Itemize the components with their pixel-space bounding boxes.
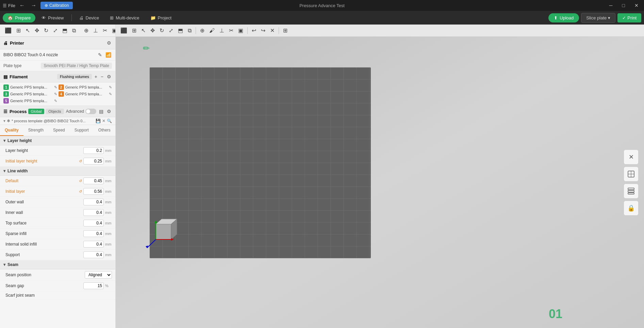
vp-undo-icon[interactable]: ↩ <box>250 26 258 35</box>
print-button[interactable]: ✓ Print <box>617 13 641 22</box>
layers-button[interactable] <box>624 184 639 199</box>
minimize-button[interactable]: ─ <box>607 2 615 9</box>
layercolor-icon[interactable]: ▣ <box>110 26 116 35</box>
calibration-button[interactable]: ⊕ Calibration <box>40 2 73 9</box>
internal-solid-infill-input[interactable] <box>83 241 104 248</box>
vp-redo-icon[interactable]: ↪ <box>259 26 267 35</box>
layer-height-input[interactable] <box>83 147 104 154</box>
vp-sep-3 <box>279 27 279 34</box>
default-reset[interactable]: ↺ <box>79 179 82 183</box>
scale-icon[interactable]: ⤢ <box>51 26 60 35</box>
vp-paint-icon[interactable]: ⊕ <box>198 26 207 35</box>
printer-edit-button[interactable]: ✎ <box>97 51 103 58</box>
file-menu[interactable]: ☰ File <box>3 3 15 8</box>
process-list-icon[interactable]: ▤ <box>98 108 104 115</box>
line-width-section-header[interactable]: ▾ Line width <box>0 167 115 176</box>
initial-layer-height-input[interactable] <box>83 158 104 165</box>
support-icon[interactable]: ⊥ <box>91 26 100 35</box>
viewport[interactable]: ⬛ ⊞ ↖ ✥ ↻ ⤢ ⬒ ⧉ ⊕ 🖌 ⊥ ✂ ▣ ↩ ↪ ✕ ⊞ ✏ <box>116 25 644 328</box>
back-button[interactable]: ← <box>17 2 27 9</box>
wireframe-button[interactable] <box>624 167 639 182</box>
filament-edit-2[interactable]: ✎ <box>109 85 112 90</box>
add-filament-button[interactable]: + <box>94 73 98 80</box>
rotate-icon[interactable]: ↻ <box>42 26 50 35</box>
vp-move-icon[interactable]: ✥ <box>148 26 157 35</box>
support-input[interactable] <box>83 251 104 258</box>
support-tab[interactable]: Support <box>70 125 94 136</box>
seam-position-select[interactable]: Aligned Nearest Random Rear <box>85 271 112 279</box>
multidevice-tab[interactable]: ⊞ Multi-device <box>105 13 144 22</box>
split-icon[interactable]: ⧉ <box>70 26 78 35</box>
top-surface-input[interactable] <box>83 220 104 227</box>
grid-icon[interactable]: ⊞ <box>14 26 23 35</box>
template-save-button[interactable]: 💾 <box>96 119 101 123</box>
vp-delete-icon[interactable]: ✕ <box>268 26 277 35</box>
vp-seam-icon[interactable]: ✂ <box>227 26 235 35</box>
remove-filament-button[interactable]: − <box>100 73 104 80</box>
outer-wall-input[interactable] <box>83 199 104 205</box>
objects-tab[interactable]: Objects <box>46 109 64 114</box>
template-close-button[interactable]: ✕ <box>102 119 105 123</box>
project-tab[interactable]: 📁 Project <box>146 13 176 22</box>
speed-tab[interactable]: Speed <box>48 125 70 136</box>
settings-panel[interactable]: ▾ Layer height Layer height mm Initial l… <box>0 136 115 328</box>
support-label: Support <box>5 252 83 257</box>
cursor-icon[interactable]: ↖ <box>23 26 32 35</box>
close-button[interactable]: ✕ <box>632 2 641 9</box>
forward-button[interactable]: → <box>29 2 38 9</box>
vp-flatten-icon[interactable]: ⬒ <box>176 26 185 35</box>
upload-button[interactable]: ⬆ Upload <box>548 13 579 22</box>
sparse-infill-input[interactable] <box>83 230 104 237</box>
others-tab[interactable]: Others <box>94 125 115 136</box>
seam-section-header[interactable]: ▾ Seam <box>0 260 115 269</box>
paint-icon[interactable]: ⊕ <box>82 26 90 35</box>
layer-height-section-header[interactable]: ▾ Layer height <box>0 136 115 145</box>
initial-layer-lw-input[interactable] <box>83 188 104 195</box>
vp-split-icon[interactable]: ⧉ <box>186 26 194 35</box>
filament-settings-button[interactable]: ⚙ <box>106 73 112 80</box>
initial-layer-lw-reset[interactable]: ↺ <box>79 189 82 194</box>
prepare-tab[interactable]: 🏠 Prepare <box>3 13 35 22</box>
strength-tab[interactable]: Strength <box>23 125 48 136</box>
restore-button[interactable]: □ <box>620 2 628 9</box>
template-search-button[interactable]: 🔍 <box>107 119 112 123</box>
seam-icon[interactable]: ✂ <box>101 26 109 35</box>
lock-button[interactable]: 🔒 <box>624 201 639 216</box>
file-label[interactable]: File <box>8 3 15 8</box>
device-tab[interactable]: 🖨 Device <box>75 13 104 22</box>
viewport-canvas[interactable]: ✏ <box>116 37 644 328</box>
vp-scale-icon[interactable]: ⤢ <box>167 26 175 35</box>
preview-tab[interactable]: 👁 Preview <box>37 13 68 22</box>
cube-icon[interactable]: ⬛ <box>3 26 14 35</box>
quality-tab[interactable]: Quality <box>0 125 23 136</box>
filament-edit-1[interactable]: ✎ <box>54 85 57 90</box>
vp-brush-icon[interactable]: 🖌 <box>207 26 217 35</box>
vp-support-icon[interactable]: ⊥ <box>217 26 226 35</box>
inner-wall-input[interactable] <box>83 209 104 216</box>
titlebar-left: ☰ File ← → ⊕ Calibration <box>3 2 73 9</box>
default-input[interactable] <box>83 177 104 184</box>
vp-cursor-icon[interactable]: ↖ <box>139 26 148 35</box>
vp-grid-icon[interactable]: ⊞ <box>130 26 138 35</box>
advanced-toggle-switch[interactable] <box>85 109 96 114</box>
seam-gap-input[interactable] <box>83 282 104 289</box>
vp-cube-icon[interactable]: ⬛ <box>118 26 129 35</box>
initial-layer-height-reset[interactable]: ↺ <box>79 159 82 163</box>
flatten-icon[interactable]: ⬒ <box>60 26 69 35</box>
filament-edit-3[interactable]: ✎ <box>54 92 57 96</box>
vp-layer-icon[interactable]: ▣ <box>236 26 245 35</box>
vp-rotate-icon[interactable]: ↻ <box>158 26 166 35</box>
layer-height-value-group: mm <box>83 147 112 154</box>
slice-button[interactable]: Slice plate ▾ <box>581 13 615 23</box>
filament-edit-4[interactable]: ✎ <box>109 92 112 96</box>
close-viewport-button[interactable]: ✕ <box>624 150 639 165</box>
global-tab[interactable]: Global <box>28 109 45 114</box>
svg-rect-36 <box>156 224 171 239</box>
filament-edit-5[interactable]: ✎ <box>54 99 57 103</box>
printer-settings-button[interactable]: ⚙ <box>106 40 112 46</box>
move-icon[interactable]: ✥ <box>33 26 41 35</box>
flushing-volumes-button[interactable]: Flushing volumes <box>57 74 92 79</box>
default-value-group: ↺ mm <box>79 177 112 184</box>
vp-snap-icon[interactable]: ⊞ <box>281 26 290 35</box>
process-settings-icon[interactable]: ⚙ <box>106 108 112 115</box>
